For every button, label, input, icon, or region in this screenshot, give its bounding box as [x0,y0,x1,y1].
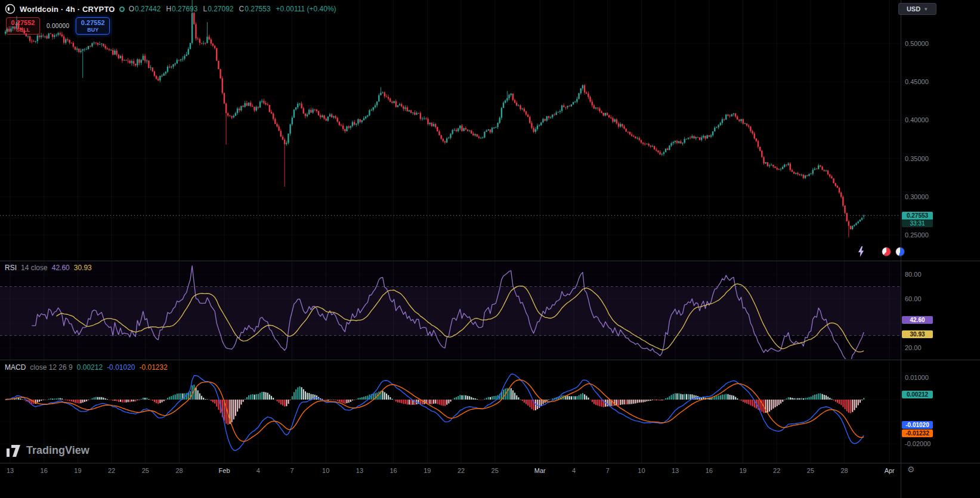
low-value: 0.27092 [208,5,233,13]
tradingview-logo[interactable]: TradingView [6,444,89,457]
axis-label[interactable]: 22 [457,467,465,474]
tradingview-chart: 0.500000.450000.400000.350000.300000.250… [0,0,980,498]
open-label: O [129,5,134,13]
symbol-title[interactable]: Worldcoin · 4h · CRYPTO [20,5,115,14]
high-label: H [166,5,171,13]
macd-line [5,374,864,451]
axis-label[interactable]: 0.40000 [905,116,929,123]
axis-label[interactable]: 19 [739,467,746,474]
axis-label[interactable]: Feb [219,467,230,474]
sell-price: 0.27552 [11,19,35,27]
axis-label[interactable]: 22 [108,467,115,474]
buy-button[interactable]: 0.27552 BUY [76,17,110,35]
axis-label[interactable]: 19 [423,467,431,474]
rsi-params: 14 close [21,264,48,272]
macd-pane [5,374,864,451]
axis-label[interactable]: -0.02000 [905,440,930,447]
currency-label: USD [907,5,920,13]
pie-chart-icon-blue[interactable] [895,247,905,256]
macd-signal-badge: -0.01232 [902,429,933,437]
current-price-value: 0.27553 [902,212,933,219]
rsi-ma-badge: 30.93 [902,330,933,338]
macd-hist-badge: 0.00212 [902,391,933,398]
close-value: 0.27553 [245,5,270,13]
macd-legend[interactable]: MACD close 12 26 9 0.00212 -0.01020 -0.0… [5,363,168,372]
axis-label[interactable]: 0.45000 [905,78,929,85]
symbol-logo [5,4,16,14]
axis-label[interactable]: 16 [706,467,713,474]
symbol-legend: Worldcoin · 4h · CRYPTO O0.27442 H0.2769… [5,4,336,14]
rsi-ma-value: 30.93 [74,264,92,272]
rsi-legend[interactable]: RSI 14 close 42.60 30.93 [5,264,92,272]
chevron-down-icon: ▼ [923,7,928,12]
axis-label[interactable]: 20.00 [905,344,922,351]
axis-label[interactable]: 4 [256,467,260,474]
current-price-badge: 0.27553 33:31 [902,212,933,227]
settings-gear-icon[interactable]: ⚙ [907,465,915,474]
axis-label[interactable]: 10 [638,467,645,474]
axis-label[interactable]: 7 [606,467,610,474]
buy-price: 0.27552 [81,19,105,27]
change-value: +0.00111 (+0.40%) [276,5,336,13]
axis-label[interactable]: 22 [773,467,780,474]
macd-signal-line [5,380,864,441]
axis-label[interactable]: 0.25000 [905,231,929,239]
axis-label[interactable]: 25 [491,467,499,474]
lightning-icon[interactable] [855,246,867,258]
macd-signal-value: -0.01232 [140,363,168,372]
rsi-title: RSI [5,264,17,272]
axis-label[interactable]: 25 [807,467,814,474]
axis-label[interactable]: 13 [672,467,679,474]
axis-label[interactable]: 16 [41,467,48,474]
axis-label[interactable]: 0.01000 [905,374,929,381]
candle-countdown: 33:31 [902,219,933,227]
axis-label[interactable]: 28 [175,467,183,474]
axis-label[interactable]: 10 [322,467,329,474]
axis-label[interactable]: 0.50000 [905,40,929,47]
pie-chart-icon-red[interactable] [882,247,891,256]
axis-label[interactable]: 19 [74,467,81,474]
macd-params: close 12 26 9 [30,363,72,372]
tradingview-logo-mark [6,445,21,457]
low-label: L [203,5,207,13]
axis-label[interactable]: 60.00 [905,295,922,302]
axis-label[interactable]: 0.35000 [905,155,929,162]
high-value: 0.27693 [172,5,197,13]
axis-label[interactable]: Apr [885,467,895,474]
tradingview-logo-text: TradingView [26,444,89,457]
currency-selector[interactable]: USD ▼ [898,3,936,15]
market-status-icon[interactable] [119,7,125,12]
axis-label[interactable]: 28 [840,467,848,474]
rsi-badge: 42.60 [902,316,933,324]
axis-label[interactable]: 13 [7,467,14,474]
chart-floating-icons [855,246,905,258]
sell-label: SELL [16,27,30,33]
macd-hist-value: 0.00212 [77,363,103,372]
axis-label[interactable]: 80.00 [905,271,922,278]
rsi-value: 42.60 [52,264,70,272]
axis-label[interactable]: 25 [142,467,149,474]
macd-line-value: -0.01020 [107,363,135,372]
axis-label[interactable]: 16 [389,467,397,474]
axis-label[interactable]: 7 [290,467,293,474]
sell-button[interactable]: 0.27552 SELL [6,17,40,35]
open-value: 0.27442 [135,5,160,13]
chart-canvas[interactable]: 0.500000.450000.400000.350000.300000.250… [0,0,980,498]
ohlc-readout: O0.27442 H0.27693 L0.27092 C0.27553 +0.0… [129,5,336,13]
macd-line-badge: -0.01020 [902,421,933,429]
axis-label[interactable]: 4 [572,467,576,474]
candlestick-series [5,0,865,237]
macd-title: MACD [5,363,26,372]
axis-label[interactable]: Mar [534,467,546,474]
axis-label[interactable]: 13 [356,467,363,474]
buy-label: BUY [87,27,98,33]
spread-value: 0.00000 [47,23,69,29]
close-label: C [239,5,245,13]
axis-label[interactable]: 0.30000 [905,193,929,200]
trade-panel: 0.27552 SELL 0.00000 0.27552 BUY [6,17,110,35]
